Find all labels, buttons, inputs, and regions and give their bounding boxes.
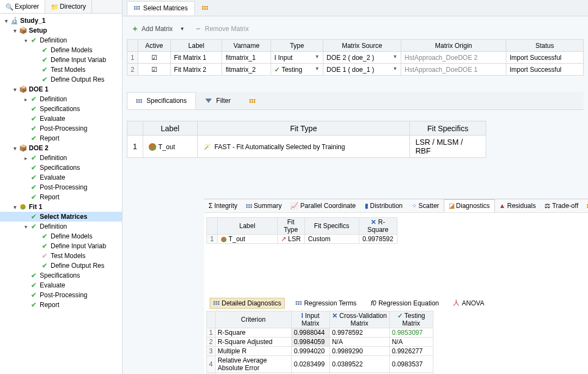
tree-doe2-post[interactable]: ✔Post-Processing — [0, 182, 122, 192]
col-fit-specifics: Fit Specifics — [410, 121, 486, 136]
matrix-row[interactable]: 1☑Fit Matrix 1fitmatrix_1I Input▼DOE 2 (… — [127, 52, 584, 64]
tree-fit-evaluate[interactable]: ✔Evaluate — [0, 280, 122, 290]
tab-grid-diag[interactable] — [583, 199, 588, 212]
tab-parallel[interactable]: 📈Parallel Coordinate — [286, 199, 360, 212]
tree-fit-post[interactable]: ✔Post-Processing — [0, 290, 122, 300]
tree-doe1-definition[interactable]: ▸✔Definition — [0, 94, 122, 104]
tree-doe1-evaluate[interactable]: ✔Evaluate — [0, 114, 122, 124]
subtab-regression-equation[interactable]: f0Regression Equation — [367, 298, 442, 308]
wand-icon: 🪄 — [203, 143, 211, 151]
tab-summary[interactable]: Summary — [242, 199, 286, 212]
col-d-label: Label — [217, 218, 277, 235]
criterion-row[interactable]: 3Multiple R0.99940200.99892900.9926277 — [207, 347, 433, 356]
matrix-table[interactable]: Active Label Varname Type Matrix Source … — [127, 39, 584, 76]
tree-doe1[interactable]: ▾📦DOE 1 — [0, 84, 122, 94]
tradeoff-icon: ⚖ — [544, 202, 550, 210]
tree-doe2[interactable]: ▾📦DOE 2 — [0, 143, 122, 153]
fit-label-table[interactable]: Label Fit Type Fit Specifics 1 T_out 🪄FA… — [127, 121, 486, 158]
tree-doe2-definition[interactable]: ▸✔Definition — [0, 153, 122, 163]
tab-explorer[interactable]: 🔍 Explorer — [0, 0, 45, 13]
type-cell[interactable]: I Input▼ — [271, 52, 323, 64]
left-tab-bar: 🔍 Explorer 📁 Directory — [0, 0, 122, 14]
diag-summary-table[interactable]: Label Fit Type Fit Specifics ✕ R-Square … — [206, 217, 397, 244]
output-icon — [149, 143, 156, 151]
tree-fit-spec[interactable]: ✔Specifications — [0, 271, 122, 280]
cross-icon: ✕ — [332, 312, 338, 320]
explorer-panel: 🔍 Explorer 📁 Directory ▾🔬Study_1 ▾📦Setup… — [0, 0, 122, 374]
active-checkbox[interactable]: ☑ — [138, 64, 170, 76]
check-icon: ✔ — [40, 232, 49, 241]
tree-study[interactable]: ▾🔬Study_1 — [0, 16, 122, 26]
anova-icon: 人 — [453, 298, 460, 308]
tree-doe1-report[interactable]: ✔Report — [0, 133, 122, 143]
col-criterion: Criterion — [215, 311, 291, 328]
output-icon — [221, 237, 226, 242]
tree-setup[interactable]: ▾📦Setup — [0, 26, 122, 35]
subtab-anova[interactable]: 人ANOVA — [450, 297, 487, 309]
criterion-table[interactable]: Criterion I Input Matrix ✕ Cross-Validat… — [206, 311, 433, 374]
tab-select-matrices[interactable]: Select Matrices — [127, 1, 195, 15]
criterion-row[interactable]: 1R-Square0.99880440.99785920.9853097 — [207, 328, 433, 338]
tree-doe1-spec[interactable]: ✔Specifications — [0, 104, 122, 114]
tree-define-input-var[interactable]: ✔Define Input Variab — [0, 55, 122, 65]
tab-directory-label: Directory — [60, 3, 86, 10]
add-matrix-button[interactable]: ＋ Add Matrix ▼ — [131, 24, 185, 34]
tree-doe2-report[interactable]: ✔Report — [0, 192, 122, 202]
tab-residuals[interactable]: ▲Residuals — [495, 199, 541, 212]
tab-integrity[interactable]: ΣIntegrity — [204, 199, 242, 212]
sigma-icon: Σ — [209, 202, 212, 210]
tab-grid-small[interactable] — [240, 94, 265, 108]
criterion-row[interactable]: 2R-Square Adjusted0.9984059N/AN/A — [207, 338, 433, 347]
tree-fit-define-models[interactable]: ✔Define Models — [0, 231, 122, 241]
source-cell[interactable]: DOE 1 ( doe_1 )▼ — [323, 64, 401, 76]
tree-doe2-spec[interactable]: ✔Specifications — [0, 163, 122, 173]
type-cell[interactable]: ✓ Testing▼ — [271, 64, 323, 76]
fit-row[interactable]: 1 T_out 🪄FAST - Fit Automatically Select… — [127, 136, 486, 158]
col-varname: Varname — [222, 40, 271, 52]
check-icon: ✔ — [29, 36, 38, 45]
tree-view[interactable]: ▾🔬Study_1 ▾📦Setup ▾✔Definition ✔Define M… — [0, 14, 122, 374]
tree-doe2-evaluate[interactable]: ✔Evaluate — [0, 173, 122, 182]
col-d-fittype: Fit Type — [277, 218, 304, 235]
diag-summary-row[interactable]: 1 T_out ↗ LSR Custom 0.9978592 — [207, 235, 397, 244]
scatter-icon: ⁘ — [412, 202, 417, 210]
tree-setup-definition[interactable]: ▾✔Definition — [0, 35, 122, 45]
source-cell[interactable]: DOE 2 ( doe_2 )▼ — [323, 52, 401, 64]
tree-define-output-res[interactable]: ✔Define Output Res — [0, 75, 122, 84]
tree-fit-definition[interactable]: ▾✔Definition — [0, 222, 122, 231]
check-icon: ✔ — [29, 291, 38, 299]
remove-matrix-button[interactable]: － Remove Matrix — [194, 24, 249, 34]
tree-fit-report[interactable]: ✔Report — [0, 300, 122, 310]
tab-distribution[interactable]: ▮Distribution — [360, 199, 407, 212]
doe-icon: 📦 — [19, 144, 27, 152]
tree-fit1[interactable]: ▾Fit 1 — [0, 202, 122, 212]
tree-test-models[interactable]: ✔Test Models — [0, 65, 122, 75]
tab-specifications[interactable]: Specifications — [127, 92, 196, 109]
tab-scatter[interactable]: ⁘Scatter — [407, 199, 444, 212]
tree-define-models[interactable]: ✔Define Models — [0, 45, 122, 55]
check-icon: ✔ — [29, 154, 38, 162]
tree-fit-define-output-res[interactable]: ✔Define Output Res — [0, 261, 122, 271]
testing-icon: ✓ — [397, 312, 403, 320]
subtab-regression-terms[interactable]: Regression Terms — [292, 298, 359, 308]
tree-doe1-post[interactable]: ✔Post-Processing — [0, 124, 122, 133]
active-checkbox[interactable]: ☑ — [138, 52, 170, 64]
distribution-icon: ▮ — [365, 202, 369, 210]
tab-grid-view[interactable] — [195, 3, 215, 13]
tab-filter[interactable]: Filter — [196, 92, 240, 109]
matrix-row[interactable]: 2☑Fit Matrix 2fitmatrix_2✓ Testing▼DOE 1… — [127, 64, 584, 76]
tree-fit-test-models[interactable]: ✔Test Models — [0, 251, 122, 261]
tree-select-matrices[interactable]: ✔Select Matrices — [0, 212, 122, 222]
tab-diagnostics[interactable]: ◪Diagnostics — [444, 199, 495, 212]
criterion-row[interactable]: 4Relative Average Absolute Error0.028349… — [207, 356, 433, 373]
tab-tradeoff[interactable]: ⚖Trade-off — [540, 199, 583, 212]
tab-directory[interactable]: 📁 Directory — [45, 0, 92, 13]
tree-fit-define-input-var[interactable]: ✔Define Input Variab — [0, 241, 122, 251]
diag-specifics-cell: Custom — [304, 235, 359, 244]
check-icon: ✔ — [29, 114, 38, 123]
subtab-detailed[interactable]: Detailed Diagnostics — [210, 298, 285, 309]
diagnostics-icon: ◪ — [449, 202, 455, 210]
check-icon: ✔ — [29, 163, 38, 172]
col-label: Label — [170, 40, 222, 52]
check-icon: ✔ — [29, 271, 38, 280]
